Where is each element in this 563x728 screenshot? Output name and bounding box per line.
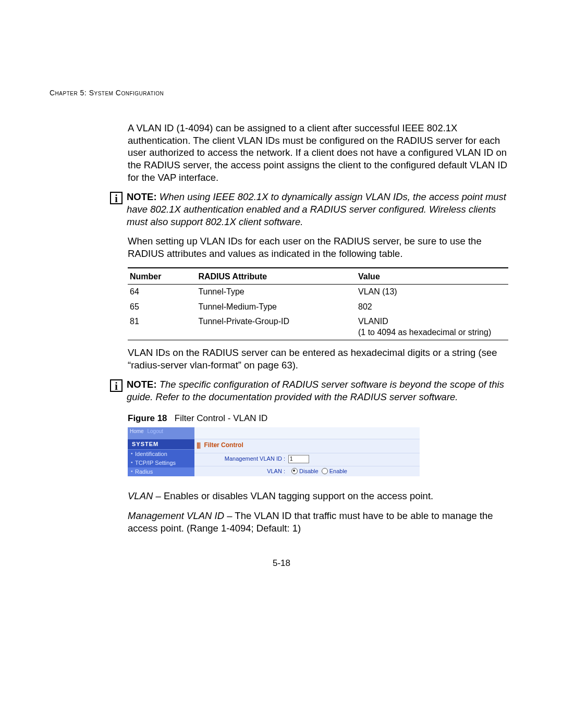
term-mgmt-vlan: Management VLAN ID xyxy=(128,510,224,521)
page: Chapter 5: System Configuration A VLAN I… xyxy=(0,0,563,728)
table-header-row: Number RADIUS Attribute Value xyxy=(128,268,508,285)
col-value: Value xyxy=(356,268,508,285)
sidebar-item-tcpip[interactable]: TCP/IP Settings xyxy=(128,459,194,467)
vlan-disable-label: Disable xyxy=(299,468,319,475)
intro-paragraph: A VLAN ID (1-4094) can be assigned to a … xyxy=(128,122,508,183)
desc-vlan: – Enables or disables VLAN tagging suppo… xyxy=(153,490,433,501)
vlan-enable-radio[interactable] xyxy=(322,468,328,474)
note-label: NOTE: xyxy=(127,191,157,202)
filter-control-screenshot: Home Logout SYSTEM Identification TCP/IP… xyxy=(128,427,420,477)
cell-value: VLANID (1 to 4094 as hexadecimal or stri… xyxy=(356,314,508,340)
figure-label: Figure 18 xyxy=(128,413,167,423)
table-row: 81 Tunnel-Private-Group-ID VLANID (1 to … xyxy=(128,314,508,340)
page-number: 5-18 xyxy=(0,558,563,569)
table-row: 65 Tunnel-Medium-Type 802 xyxy=(128,300,508,314)
cell-number: 81 xyxy=(128,314,196,340)
main-content: A VLAN ID (1-4094) can be assigned to a … xyxy=(128,122,508,534)
cell-attr: Tunnel-Private-Group-ID xyxy=(196,314,356,340)
term-vlan: VLAN xyxy=(128,490,153,501)
vlan-row: VLAN : Disable Enable xyxy=(194,466,420,476)
cell-number: 64 xyxy=(128,285,196,300)
figure-caption: Figure 18 Filter Control - VLAN ID xyxy=(128,413,508,424)
top-tabs: Home Logout xyxy=(128,427,194,439)
panel-title-text: Filter Control xyxy=(204,441,243,449)
radius-hex-paragraph: VLAN IDs on the RADIUS server can be ent… xyxy=(128,347,508,371)
panel-top-spacer xyxy=(194,427,420,439)
note-body: The specific configuration of RADIUS ser… xyxy=(127,379,504,402)
table-row: 64 Tunnel-Type VLAN (13) xyxy=(128,285,508,300)
cell-number: 65 xyxy=(128,300,196,314)
note-2-text: NOTE: The specific configuration of RADI… xyxy=(127,378,508,403)
cell-attr: Tunnel-Medium-Type xyxy=(196,300,356,314)
radius-intro: When setting up VLAN IDs for each user o… xyxy=(128,235,508,260)
note-2: i NOTE: The specific configuration of RA… xyxy=(110,378,508,403)
info-icon: i xyxy=(110,192,123,204)
cell-attr: Tunnel-Type xyxy=(196,285,356,300)
sidebar-section-system: SYSTEM xyxy=(128,439,194,450)
figure-title: Filter Control - VLAN ID xyxy=(175,413,268,423)
col-attribute: RADIUS Attribute xyxy=(196,268,356,285)
sidebar: Home Logout SYSTEM Identification TCP/IP… xyxy=(128,427,194,477)
sidebar-item-identification[interactable]: Identification xyxy=(128,450,194,459)
mgmt-vlan-field-desc: Management VLAN ID – The VLAN ID that tr… xyxy=(128,510,508,534)
vlan-label: VLAN : xyxy=(207,468,288,475)
vlan-field-desc: VLAN – Enables or disables VLAN tagging … xyxy=(128,490,508,502)
radius-table: Number RADIUS Attribute Value 64 Tunnel-… xyxy=(128,267,508,340)
tab-home[interactable]: Home xyxy=(130,428,144,434)
note-body: When using IEEE 802.1X to dynamically as… xyxy=(127,191,506,227)
sidebar-item-radius[interactable]: Radius xyxy=(128,467,194,476)
note-1: i NOTE: When using IEEE 802.1X to dynami… xyxy=(110,191,508,228)
panel-title-icon: ||| xyxy=(197,441,200,449)
panel-title: ||| Filter Control xyxy=(194,439,420,452)
info-icon: i xyxy=(110,379,123,392)
running-header: Chapter 5: System Configuration xyxy=(50,89,513,97)
cell-value: 802 xyxy=(356,300,508,314)
mgmt-vlan-input[interactable] xyxy=(288,455,309,463)
col-number: Number xyxy=(128,268,196,285)
mgmt-vlan-row: Management VLAN ID : xyxy=(194,453,420,465)
mgmt-vlan-label: Management VLAN ID : xyxy=(207,455,288,462)
tab-logout[interactable]: Logout xyxy=(147,428,163,434)
cell-value: VLAN (13) xyxy=(356,285,508,300)
panel: ||| Filter Control Management VLAN ID : … xyxy=(194,427,420,477)
note-label: NOTE: xyxy=(127,379,157,390)
vlan-enable-label: Enable xyxy=(329,468,347,475)
note-1-text: NOTE: When using IEEE 802.1X to dynamica… xyxy=(127,191,508,228)
vlan-disable-radio[interactable] xyxy=(291,468,298,474)
